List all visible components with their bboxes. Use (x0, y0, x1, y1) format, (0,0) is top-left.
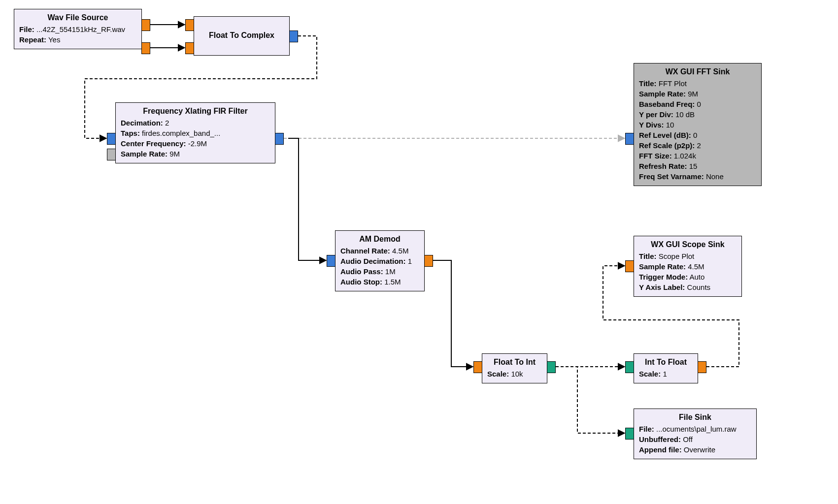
block-title: File Sink (639, 413, 751, 422)
prop-row: Title: FFT Plot (639, 78, 756, 89)
prop-row: Y Divs: 10 (639, 120, 756, 130)
prop-row: Sample Rate: 9M (639, 89, 756, 99)
port-in-0[interactable] (107, 133, 116, 145)
prop-row: Sample Rate: 9M (121, 149, 270, 159)
block-title: WX GUI Scope Sink (639, 240, 737, 249)
block-title: Float To Complex (209, 31, 274, 40)
block-int-to-float[interactable]: Int To Float Scale: 1 (634, 353, 698, 383)
block-wx-gui-fft-sink[interactable]: WX GUI FFT Sink Title: FFT Plot Sample R… (634, 63, 762, 186)
port-in-freq[interactable] (107, 149, 116, 160)
prop-row: File: ...ocuments\pal_lum.raw (639, 424, 751, 434)
block-title: Frequency Xlating FIR Filter (121, 107, 270, 116)
port-out-0[interactable] (289, 31, 298, 42)
port-out-0[interactable] (698, 361, 706, 373)
prop-row: Audio Pass: 1M (340, 266, 419, 277)
port-in-0[interactable] (625, 428, 634, 440)
block-title: Wav File Source (19, 13, 136, 22)
block-freq-xlating-fir-filter[interactable]: Frequency Xlating FIR Filter Decimation:… (115, 102, 275, 163)
prop-row: Baseband Freq: 0 (639, 99, 756, 109)
block-title: Int To Float (639, 358, 693, 367)
port-in-0[interactable] (473, 361, 482, 373)
prop-row: Decimation: 2 (121, 118, 270, 128)
prop-row: Center Frequency: -2.9M (121, 138, 270, 149)
port-in-1[interactable] (185, 42, 194, 54)
port-out-1[interactable] (141, 42, 150, 54)
prop-row: Refresh Rate: 15 (639, 161, 756, 171)
port-out-0[interactable] (275, 133, 284, 145)
port-out-0[interactable] (424, 255, 433, 267)
prop-row: FFT Size: 1.024k (639, 151, 756, 161)
prop-row: Trigger Mode: Auto (639, 272, 737, 282)
block-wav-file-source[interactable]: Wav File Source File: ...42Z_554151kHz_R… (14, 9, 142, 49)
prop-row: Ref Scale (p2p): 2 (639, 140, 756, 151)
port-in-0[interactable] (185, 19, 194, 31)
prop-row: Repeat: Yes (19, 34, 136, 45)
block-wx-gui-scope-sink[interactable]: WX GUI Scope Sink Title: Scope Plot Samp… (634, 236, 742, 297)
block-am-demod[interactable]: AM Demod Channel Rate: 4.5M Audio Decima… (335, 230, 425, 291)
port-in-0[interactable] (625, 361, 634, 373)
port-in-0[interactable] (327, 255, 335, 267)
prop-row: Taps: firdes.complex_band_... (121, 128, 270, 138)
port-in-0[interactable] (625, 133, 634, 145)
block-title: AM Demod (340, 235, 419, 244)
prop-row: Y Axis Label: Counts (639, 282, 737, 292)
prop-row: Ref Level (dB): 0 (639, 130, 756, 140)
prop-row: Y per Div: 10 dB (639, 109, 756, 120)
block-float-to-int[interactable]: Float To Int Scale: 10k (482, 353, 547, 383)
block-float-to-complex[interactable]: Float To Complex (194, 16, 290, 56)
port-in-0[interactable] (625, 260, 634, 272)
prop-row: Channel Rate: 4.5M (340, 246, 419, 256)
prop-row: File: ...42Z_554151kHz_RF.wav (19, 24, 136, 34)
block-file-sink[interactable]: File Sink File: ...ocuments\pal_lum.raw … (634, 409, 757, 459)
prop-row: Freq Set Varname: None (639, 171, 756, 182)
block-title: Float To Int (487, 358, 542, 367)
prop-row: Title: Scope Plot (639, 251, 737, 261)
prop-row: Scale: 10k (487, 369, 542, 379)
prop-row: Append file: Overwrite (639, 444, 751, 455)
prop-row: Unbuffered: Off (639, 434, 751, 444)
prop-row: Sample Rate: 4.5M (639, 261, 737, 272)
prop-row: Audio Stop: 1.5M (340, 277, 419, 287)
prop-row: Audio Decimation: 1 (340, 256, 419, 266)
port-out-0[interactable] (547, 361, 556, 373)
block-title: WX GUI FFT Sink (639, 67, 756, 76)
port-out-0[interactable] (141, 19, 150, 31)
prop-row: Scale: 1 (639, 369, 693, 379)
